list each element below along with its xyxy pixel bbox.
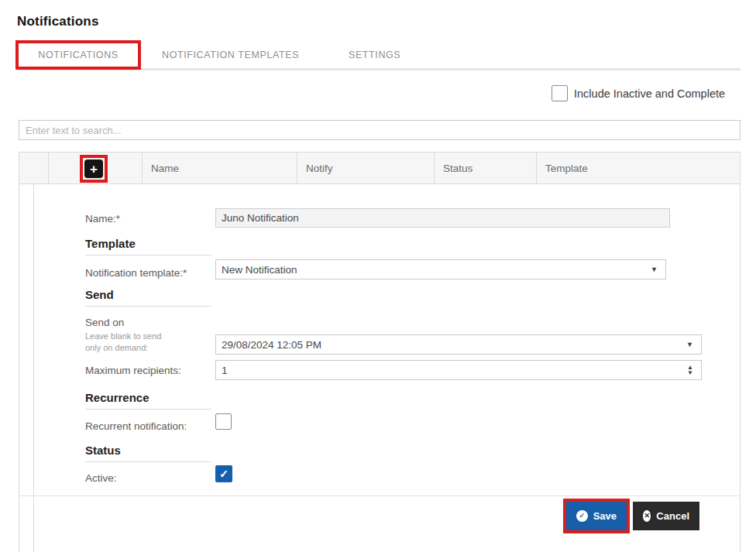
include-inactive-checkbox[interactable] [552, 85, 568, 101]
x-circle-icon: ✕ [643, 510, 651, 522]
section-divider [85, 409, 211, 410]
panel-left-border [19, 184, 19, 552]
template-section-heading: Template [85, 237, 136, 250]
name-label: Name:* [85, 213, 120, 225]
send-section-heading: Send [85, 288, 114, 301]
send-on-label: Send on [85, 317, 124, 328]
send-on-value: 29/08/2024 12:05 PM [216, 339, 686, 351]
column-separator [536, 152, 537, 184]
spinner-control[interactable]: ▲ ▼ [687, 365, 701, 375]
max-recipients-value: 1 [216, 365, 687, 376]
notifications-page: Notifications NOTIFICATIONS NOTIFICATION… [0, 0, 756, 552]
footer-divider [19, 495, 741, 496]
recurrent-notification-label: Recurrent notification: [85, 420, 187, 432]
column-separator [434, 152, 435, 184]
max-recipients-stepper[interactable]: 1 ▲ ▼ [215, 360, 702, 380]
notification-template-dropdown[interactable]: New Notification ▼ [215, 259, 666, 279]
column-header-notify[interactable]: Notify [306, 163, 333, 174]
notification-template-label: Notification template:* [85, 267, 187, 279]
recurrence-section-heading: Recurrence [85, 391, 149, 404]
plus-icon: + [90, 163, 98, 176]
highlight-box-notifications-tab: NOTIFICATIONS [15, 40, 141, 70]
status-section-heading: Status [85, 444, 121, 457]
section-divider [85, 461, 211, 462]
active-checkbox[interactable]: ✓ [215, 465, 232, 482]
column-separator [297, 152, 297, 184]
column-separator [48, 152, 49, 184]
column-separator [142, 152, 143, 184]
max-recipients-label: Maximum recipients: [85, 365, 181, 376]
panel-indent-border [33, 184, 34, 552]
name-field[interactable] [215, 208, 670, 228]
grid-header-row [19, 152, 741, 184]
send-on-datetime-picker[interactable]: 29/08/2024 12:05 PM ▼ [215, 334, 702, 355]
send-on-hint-line1: Leave blank to send [85, 331, 161, 341]
page-title: Notifications [17, 14, 99, 29]
recurrent-notification-checkbox[interactable] [215, 413, 232, 430]
save-button[interactable]: ✓ Save [566, 502, 627, 530]
active-label: Active: [85, 472, 117, 484]
add-notification-button[interactable]: + [84, 159, 103, 178]
check-icon: ✓ [219, 468, 229, 480]
spinner-down-icon[interactable]: ▼ [687, 370, 693, 375]
tab-notification-templates[interactable]: NOTIFICATION TEMPLATES [162, 50, 299, 60]
notification-template-value: New Notification [216, 264, 651, 276]
save-button-label: Save [593, 510, 617, 522]
column-header-status[interactable]: Status [443, 163, 472, 174]
chevron-down-icon[interactable]: ▼ [651, 266, 665, 273]
section-divider [85, 255, 211, 255]
tab-notifications[interactable]: NOTIFICATIONS [38, 50, 118, 60]
column-header-name[interactable]: Name [151, 163, 179, 174]
panel-right-border [740, 152, 741, 552]
tab-settings[interactable]: SETTINGS [349, 50, 400, 60]
highlight-box-add-button: + [80, 155, 108, 183]
highlight-box-save-button: ✓ Save [563, 499, 630, 533]
chevron-down-icon[interactable]: ▼ [686, 341, 701, 348]
search-input[interactable] [19, 120, 741, 140]
cancel-button-label: Cancel [656, 510, 689, 522]
include-inactive-label: Include Inactive and Complete [574, 87, 725, 100]
check-circle-icon: ✓ [576, 510, 588, 522]
column-header-template[interactable]: Template [545, 163, 588, 174]
send-on-hint-line2: only on demand: [85, 343, 148, 352]
section-divider [85, 306, 211, 307]
cancel-button[interactable]: ✕ Cancel [633, 502, 699, 530]
